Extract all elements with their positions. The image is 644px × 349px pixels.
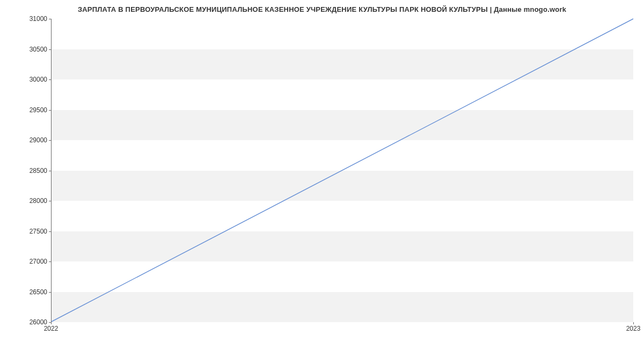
x-tick-mark xyxy=(633,322,634,324)
y-tick-mark xyxy=(49,201,51,201)
y-tick-label: 27500 xyxy=(4,228,47,235)
y-tick-label: 30500 xyxy=(4,46,47,53)
y-tick-label: 27000 xyxy=(4,258,47,265)
y-tick-mark xyxy=(49,292,51,293)
y-tick-mark xyxy=(49,231,51,232)
y-tick-mark xyxy=(49,261,51,262)
y-tick-label: 29500 xyxy=(4,106,47,114)
y-tick-mark xyxy=(49,19,51,19)
y-tick-mark xyxy=(49,140,51,141)
y-tick-label: 26000 xyxy=(4,318,47,326)
y-tick-label: 30000 xyxy=(4,76,47,83)
y-tick-mark xyxy=(49,79,51,80)
line-series xyxy=(52,19,633,322)
chart-title: ЗАРПЛАТА В ПЕРВОУРАЛЬСКОЕ МУНИЦИПАЛЬНОЕ … xyxy=(0,5,644,13)
y-tick-label: 31000 xyxy=(4,15,47,23)
y-tick-label: 28500 xyxy=(4,167,47,174)
plot-area xyxy=(51,19,633,322)
x-tick-label: 2022 xyxy=(44,325,58,332)
y-tick-label: 28000 xyxy=(4,197,47,205)
y-tick-mark xyxy=(49,49,51,50)
x-tick-label: 2023 xyxy=(626,325,641,332)
y-tick-label: 26500 xyxy=(4,288,47,296)
y-tick-mark xyxy=(49,110,51,111)
y-tick-mark xyxy=(49,171,51,171)
y-tick-label: 29000 xyxy=(4,136,47,144)
x-tick-mark xyxy=(51,322,52,324)
series-line xyxy=(52,19,633,322)
chart-container: ЗАРПЛАТА В ПЕРВОУРАЛЬСКОЕ МУНИЦИПАЛЬНОЕ … xyxy=(0,0,644,349)
